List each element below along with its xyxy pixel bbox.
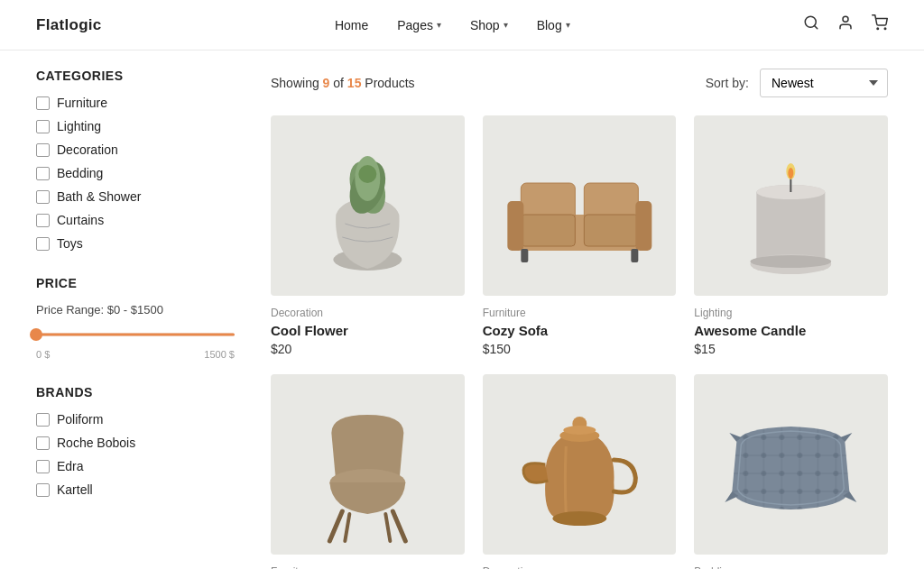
svg-point-4 [884, 28, 886, 30]
cart-icon[interactable] [872, 14, 888, 35]
edra-checkbox[interactable] [36, 460, 50, 473]
kartell-label: Kartell [57, 482, 93, 497]
bedding-label: Bedding [57, 166, 103, 180]
product-category-3: Lighting [694, 307, 888, 319]
product-category-4: Furniture [271, 565, 465, 569]
lighting-checkbox[interactable] [36, 120, 50, 133]
svg-line-32 [385, 514, 390, 541]
svg-point-36 [552, 511, 606, 526]
decoration-label: Decoration [57, 142, 118, 157]
search-icon[interactable] [803, 14, 819, 35]
svg-line-31 [345, 514, 349, 541]
main-nav: Home Pages ▾ Shop ▾ Blog ▾ [335, 18, 570, 32]
sort-label: Sort by: [706, 76, 749, 90]
svg-line-1 [814, 25, 817, 28]
nav-shop[interactable]: Shop ▾ [470, 18, 508, 32]
brand-item-kartell[interactable]: Kartell [36, 482, 235, 497]
price-max-label: 1500 $ [204, 349, 235, 360]
roche-label: Roche Bobois [57, 436, 135, 450]
toys-checkbox[interactable] [36, 237, 50, 251]
product-image-5 [483, 374, 677, 555]
category-item-bedding[interactable]: Bedding [36, 166, 235, 180]
product-card-2[interactable]: Furniture Cozy Sofa $150 [483, 115, 677, 356]
slider-fill [36, 334, 235, 336]
edra-label: Edra [57, 459, 84, 473]
site-logo: Flatlogic [36, 16, 102, 34]
svg-point-35 [563, 426, 596, 435]
product-price-2: $150 [483, 342, 677, 356]
slider-thumb[interactable] [30, 328, 42, 341]
sort-select[interactable]: Newest Price: Low to High Price: High to… [760, 69, 888, 97]
category-item-lighting[interactable]: Lighting [36, 119, 235, 133]
svg-point-2 [843, 16, 848, 22]
poliform-checkbox[interactable] [36, 413, 50, 427]
product-category-2: Furniture [483, 307, 677, 319]
user-icon[interactable] [837, 14, 854, 35]
price-slider[interactable] [36, 326, 235, 344]
product-card-4[interactable]: Furniture Comfy Chair $95 [271, 374, 465, 569]
product-card-5[interactable]: Decoration Copper Pitcher $45 [483, 374, 677, 569]
product-card-1[interactable]: Decoration Cool Flower $20 [271, 115, 465, 356]
category-item-decoration[interactable]: Decoration [36, 142, 235, 157]
product-image-4 [271, 374, 465, 555]
furniture-checkbox[interactable] [36, 96, 50, 110]
category-item-bath[interactable]: Bath & Shower [36, 189, 235, 204]
product-card-6[interactable]: Bedding Patterned Pillow $30 [694, 374, 888, 569]
sidebar: CATEGORIES Furniture Lighting Decoration… [36, 69, 235, 569]
brand-list: Poliform Roche Bobois Edra Kartell [36, 412, 235, 497]
decoration-checkbox[interactable] [36, 143, 50, 157]
svg-rect-18 [631, 249, 638, 262]
price-title: PRICE [36, 276, 235, 290]
category-list: Furniture Lighting Decoration Bedding Ba… [36, 96, 235, 251]
product-image-2 [483, 115, 677, 296]
product-name-1: Cool Flower [271, 323, 465, 338]
product-category-1: Decoration [271, 307, 465, 319]
brand-item-roche[interactable]: Roche Bobois [36, 436, 235, 450]
bedding-checkbox[interactable] [36, 167, 50, 180]
lighting-label: Lighting [57, 119, 101, 133]
category-item-furniture[interactable]: Furniture [36, 96, 235, 110]
product-card-3[interactable]: Lighting Awesome Candle $15 [694, 115, 888, 356]
kartell-checkbox[interactable] [36, 483, 50, 497]
category-item-toys[interactable]: Toys [36, 236, 235, 251]
categories-title: CATEGORIES [36, 69, 235, 83]
product-image-3 [694, 115, 888, 296]
product-category-6: Bedding [694, 565, 888, 569]
brand-item-edra[interactable]: Edra [36, 459, 235, 473]
brand-item-poliform[interactable]: Poliform [36, 412, 235, 427]
main-content: Showing 9 of 15 Products Sort by: Newest… [271, 69, 888, 569]
price-range-label: Price Range: $0 - $1500 [36, 303, 235, 317]
svg-rect-17 [521, 249, 528, 262]
pages-chevron-icon: ▾ [437, 20, 441, 30]
roche-checkbox[interactable] [36, 436, 50, 450]
product-grid: Decoration Cool Flower $20 [271, 115, 888, 569]
price-min-label: 0 $ [36, 349, 50, 360]
svg-rect-13 [521, 215, 575, 246]
product-name-3: Awesome Candle [694, 323, 888, 338]
sort-container: Sort by: Newest Price: Low to High Price… [706, 69, 888, 97]
svg-line-29 [329, 511, 342, 541]
svg-point-27 [751, 255, 832, 268]
product-price-1: $20 [271, 342, 465, 356]
nav-pages[interactable]: Pages ▾ [397, 18, 441, 32]
product-name-2: Cozy Sofa [483, 323, 677, 338]
header-icons [803, 14, 888, 35]
product-category-5: Decoration [483, 565, 677, 569]
bath-checkbox[interactable] [36, 190, 50, 204]
furniture-label: Furniture [57, 96, 107, 110]
nav-home[interactable]: Home [335, 18, 368, 32]
svg-point-3 [877, 28, 879, 30]
curtains-checkbox[interactable] [36, 214, 50, 227]
shop-chevron-icon: ▾ [504, 20, 508, 30]
showing-text: Showing 9 of 15 Products [271, 76, 415, 90]
curtains-label: Curtains [57, 213, 104, 227]
brands-title: BRANDS [36, 385, 235, 399]
svg-rect-16 [635, 201, 651, 251]
svg-line-30 [393, 511, 405, 541]
category-item-curtains[interactable]: Curtains [36, 213, 235, 227]
product-price-3: $15 [694, 342, 888, 356]
svg-rect-14 [584, 215, 638, 246]
brands-section: BRANDS Poliform Roche Bobois Edra Kartel… [36, 385, 235, 497]
nav-blog[interactable]: Blog ▾ [537, 18, 570, 32]
product-image-6 [694, 374, 888, 555]
